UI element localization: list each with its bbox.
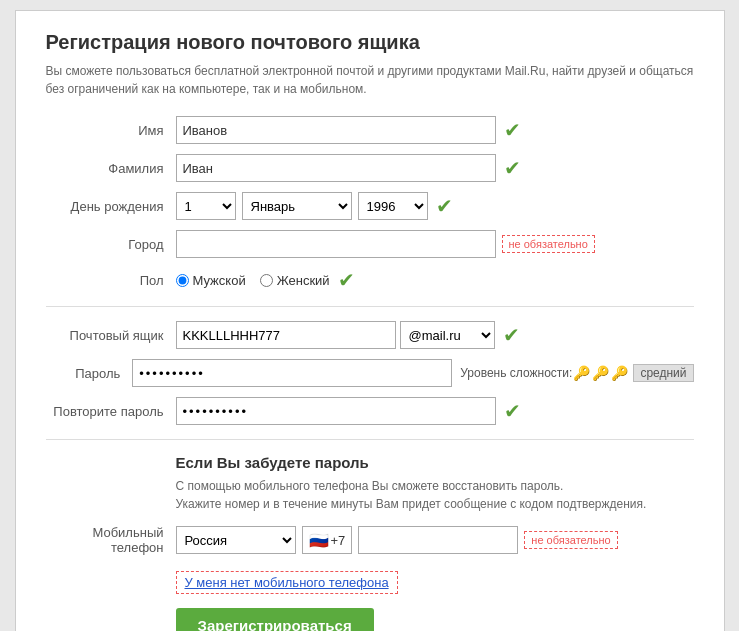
registration-form: Регистрация нового почтового ящика Вы см… (15, 10, 725, 631)
register-button[interactable]: Зарегистрироваться (176, 608, 374, 631)
confirm-password-check-icon: ✔ (504, 399, 521, 423)
password-strength-indicator: Уровень сложности: 🔑 🔑 🔑 средний (460, 364, 693, 382)
confirm-password-row: Повторите пароль ✔ (46, 397, 694, 425)
phone-prefix-wrap: 🇷🇺 +7 (302, 526, 353, 554)
name-label: Имя (46, 123, 176, 138)
email-input-wrap: @mail.ru @inbox.ru @list.ru @bk.ru (176, 321, 495, 349)
name-input[interactable] (176, 116, 496, 144)
no-phone-link[interactable]: У меня нет мобильного телефона (176, 571, 398, 594)
email-domain-select[interactable]: @mail.ru @inbox.ru @list.ru @bk.ru (400, 321, 495, 349)
phone-prefix: +7 (331, 533, 346, 548)
dob-day-select[interactable]: 12345 678910 1112131415 1617181920 21222… (176, 192, 236, 220)
gender-male-label: Мужской (193, 273, 246, 288)
surname-check-icon: ✔ (504, 156, 521, 180)
phone-row: Мобильный телефон Россия Украина Беларус… (46, 525, 694, 555)
gender-row: Пол Мужской Женский ✔ (46, 268, 694, 292)
page-title: Регистрация нового почтового ящика (46, 31, 694, 54)
phone-optional-badge: не обязательно (524, 531, 617, 549)
email-label: Почтовый ящик (46, 328, 176, 343)
surname-control: ✔ (176, 154, 694, 182)
dob-month-select[interactable]: ЯнварьФевральМартАпрель МайИюньИюльАвгус… (242, 192, 352, 220)
gender-male-radio[interactable] (176, 274, 189, 287)
name-control: ✔ (176, 116, 694, 144)
key-icon-3: 🔑 (611, 365, 628, 381)
phone-section-title: Если Вы забудете пароль (176, 454, 694, 471)
gender-male-option[interactable]: Мужской (176, 273, 246, 288)
email-check-icon: ✔ (503, 323, 520, 347)
confirm-password-label: Повторите пароль (46, 404, 176, 419)
name-check-icon: ✔ (504, 118, 521, 142)
password-input[interactable] (132, 359, 452, 387)
password-control: Уровень сложности: 🔑 🔑 🔑 средний (132, 359, 693, 387)
dob-check-icon: ✔ (436, 194, 453, 218)
no-phone-wrap: У меня нет мобильного телефона (46, 565, 694, 594)
city-row: Город не обязательно (46, 230, 694, 258)
city-control: не обязательно (176, 230, 694, 258)
gender-label: Пол (46, 273, 176, 288)
key-icon-1: 🔑 (573, 365, 590, 381)
russia-flag-icon: 🇷🇺 (309, 531, 329, 550)
city-input[interactable] (176, 230, 496, 258)
gender-check-icon: ✔ (338, 268, 355, 292)
strength-value-label: средний (633, 364, 693, 382)
dob-row: День рождения 12345 678910 1112131415 16… (46, 192, 694, 220)
dob-year-select[interactable]: 1996199519941993 1990198519801975 1970 (358, 192, 428, 220)
confirm-password-input[interactable] (176, 397, 496, 425)
password-label: Пароль (46, 366, 133, 381)
dob-label: День рождения (46, 199, 176, 214)
password-row: Пароль Уровень сложности: 🔑 🔑 🔑 средний (46, 359, 694, 387)
page-subtitle: Вы сможете пользоваться бесплатной элект… (46, 62, 694, 98)
phone-section-desc: С помощью мобильного телефона Вы сможете… (176, 477, 694, 513)
divider-1 (46, 306, 694, 307)
divider-2 (46, 439, 694, 440)
dob-selects: 12345 678910 1112131415 1617181920 21222… (176, 192, 428, 220)
surname-label: Фамилия (46, 161, 176, 176)
confirm-password-control: ✔ (176, 397, 694, 425)
city-label: Город (46, 237, 176, 252)
strength-text-label: Уровень сложности: (460, 366, 572, 380)
phone-number-input[interactable] (358, 526, 518, 554)
phone-label: Мобильный телефон (46, 525, 176, 555)
city-optional-badge: не обязательно (502, 235, 595, 253)
phone-input-wrap: Россия Украина Беларусь Казахстан 🇷🇺 +7 (176, 526, 519, 554)
phone-country-select[interactable]: Россия Украина Беларусь Казахстан (176, 526, 296, 554)
surname-row: Фамилия ✔ (46, 154, 694, 182)
email-control: @mail.ru @inbox.ru @list.ru @bk.ru ✔ (176, 321, 694, 349)
surname-input[interactable] (176, 154, 496, 182)
name-row: Имя ✔ (46, 116, 694, 144)
gender-female-label: Женский (277, 273, 330, 288)
email-input[interactable] (176, 321, 396, 349)
email-row: Почтовый ящик @mail.ru @inbox.ru @list.r… (46, 321, 694, 349)
gender-female-radio[interactable] (260, 274, 273, 287)
key-icon-2: 🔑 (592, 365, 609, 381)
phone-control: Россия Украина Беларусь Казахстан 🇷🇺 +7 … (176, 526, 694, 554)
gender-control: Мужской Женский ✔ (176, 268, 694, 292)
gender-female-option[interactable]: Женский (260, 273, 330, 288)
gender-radio-group: Мужской Женский (176, 273, 330, 288)
dob-control: 12345 678910 1112131415 1617181920 21222… (176, 192, 694, 220)
